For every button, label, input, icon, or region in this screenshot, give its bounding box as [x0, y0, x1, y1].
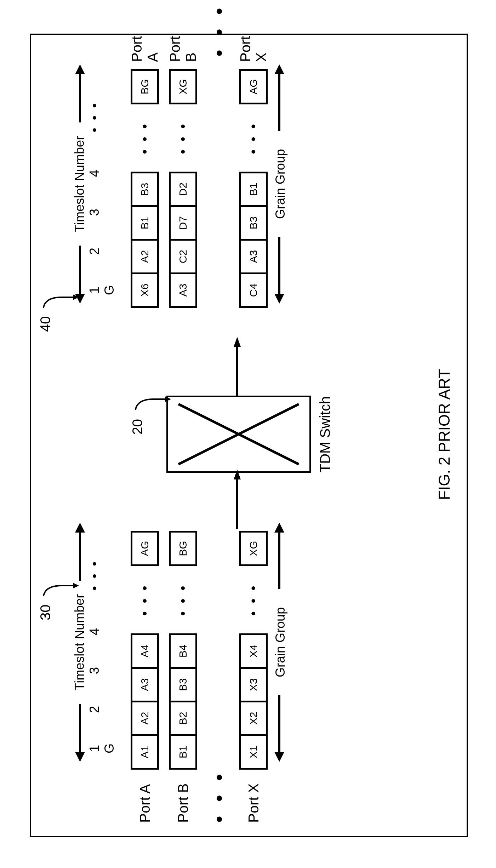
cell: C2	[169, 239, 197, 274]
left-port-a-label: Port A	[137, 770, 153, 823]
cell: D7	[169, 205, 197, 241]
right-port-x-cells: C4 A3 B3 B1 • • • AG	[239, 69, 268, 308]
cell: BG	[131, 69, 159, 104]
left-port-b-row: Port B B1 B2 B3 B4 • • • BG	[168, 504, 198, 823]
switch-cross-icon	[168, 397, 309, 472]
slot-num: 2	[87, 692, 102, 727]
cell: B1	[239, 172, 268, 207]
svg-marker-20	[75, 64, 85, 74]
cell: XG	[169, 69, 197, 104]
cell: B3	[169, 667, 197, 702]
left-footer: Grain Group	[272, 518, 287, 766]
cell: B3	[239, 205, 268, 241]
slot-num: 3	[87, 653, 102, 688]
arrow-into-switch	[234, 469, 241, 529]
cell: A3	[169, 272, 197, 308]
switch-box	[166, 396, 311, 473]
right-port-x-label: Port X	[238, 36, 269, 62]
cell: B1	[131, 205, 159, 241]
left-port-b-label: Port B	[175, 770, 191, 823]
cell: D2	[169, 172, 197, 207]
ref-30: 30	[38, 605, 53, 621]
cell: AG	[239, 69, 268, 104]
slot-num: 2	[87, 234, 102, 269]
figure-caption: FIG. 2 PRIOR ART	[435, 35, 453, 833]
left-port-x-cells: X1 X2 X3 X4 • • • XG	[239, 531, 268, 770]
cell: X1	[239, 734, 268, 770]
slot-ellipsis: • • •	[87, 540, 102, 610]
cell: B4	[169, 633, 197, 669]
cell: BG	[169, 531, 197, 566]
slot-num: 3	[87, 195, 102, 230]
cell-ellipsis: • • •	[239, 564, 268, 635]
cell: A4	[131, 633, 159, 669]
cell: B2	[169, 701, 197, 736]
left-port-a-cells: A1 A2 A3 A4 • • • AG	[131, 531, 159, 770]
slot-ellipsis: • • •	[87, 81, 102, 152]
slot-num: G	[102, 272, 117, 308]
slot-num: 4	[87, 614, 102, 649]
right-port-b-label: Port B	[167, 36, 199, 62]
cell-ellipsis: • • •	[239, 103, 268, 173]
left-port-x-row: Port X X1 X2 X3 X4 • • • XG	[238, 504, 269, 823]
slot-num: 1	[87, 731, 102, 766]
svg-marker-2	[75, 752, 85, 762]
cell: AG	[131, 531, 159, 566]
right-port-b-cells: A3 C2 D7 D2 • • • XG	[169, 69, 197, 308]
left-slot-numbers: 1 2 3 4 • • • G	[87, 504, 117, 766]
cell: X3	[239, 667, 268, 702]
right-group: 40 Timeslot Number 1 2 3 4	[74, 46, 287, 364]
cell: A3	[131, 667, 159, 702]
cell-ellipsis: • • •	[169, 564, 197, 635]
right-vertical-ellipsis: • • •	[207, 4, 230, 57]
slot-num: G	[102, 731, 117, 766]
switch-label: TDM Switch	[317, 396, 333, 473]
ref-40: 40	[38, 316, 53, 332]
right-port-a-row: X6 A2 B1 B3 • • • BG Port A	[130, 46, 160, 364]
left-group: 30 Timeslot Number 1 2 3 4	[74, 504, 287, 823]
rotated-canvas: 30 Timeslot Number 1 2 3 4	[32, 35, 464, 833]
cell: X4	[239, 633, 268, 669]
left-port-b-cells: B1 B2 B3 B4 • • • BG	[169, 531, 197, 770]
right-ts-arrows	[72, 60, 88, 308]
tdm-switch: 20 TDM Switch	[166, 396, 333, 473]
cell-ellipsis: • • •	[131, 103, 159, 173]
left-port-a-row: Port A A1 A2 A3 A4 • • • AG	[130, 504, 160, 823]
cell: A1	[131, 734, 159, 770]
svg-marker-13	[234, 470, 241, 479]
cell-ellipsis: • • •	[131, 564, 159, 635]
left-ts-arrows	[72, 518, 88, 766]
cell: A3	[239, 239, 268, 274]
right-gg-title: Grain Group	[273, 60, 288, 308]
right-timeslot-header: Timeslot Number 1 2 3 4 • • • G	[72, 46, 122, 308]
cell: XG	[239, 531, 268, 566]
right-port-b-row: A3 C2 D7 D2 • • • XG Port B	[168, 46, 198, 364]
left-vertical-ellipsis: • • •	[207, 770, 230, 823]
left-timeslot-header: Timeslot Number 1 2 3 4 • • • G	[72, 504, 122, 766]
page: 30 Timeslot Number 1 2 3 4	[0, 0, 496, 868]
cell-ellipsis: • • •	[169, 103, 197, 173]
cell: A2	[131, 701, 159, 736]
right-port-a-cells: X6 A2 B1 B3 • • • BG	[131, 69, 159, 308]
svg-marker-4	[75, 523, 85, 533]
right-footer: Grain Group	[272, 60, 287, 308]
cell: B3	[131, 172, 159, 207]
cell: A2	[131, 239, 159, 274]
left-gg-title: Grain Group	[273, 518, 288, 766]
slot-num: 1	[87, 272, 102, 308]
cell: X2	[239, 701, 268, 736]
cell: C4	[239, 272, 268, 308]
right-slot-numbers: 1 2 3 4 • • • G	[87, 46, 117, 308]
svg-marker-18	[75, 294, 85, 304]
cell: B1	[169, 734, 197, 770]
ref-20: 20	[130, 419, 146, 435]
right-port-a-label: Port A	[129, 36, 161, 62]
cell: X6	[131, 272, 159, 308]
left-port-x-label: Port X	[246, 770, 262, 823]
right-port-x-row: C4 A3 B3 B1 • • • AG Port X	[238, 46, 269, 364]
slot-num: 4	[87, 156, 102, 191]
stage: 30 Timeslot Number 1 2 3 4	[32, 35, 464, 833]
